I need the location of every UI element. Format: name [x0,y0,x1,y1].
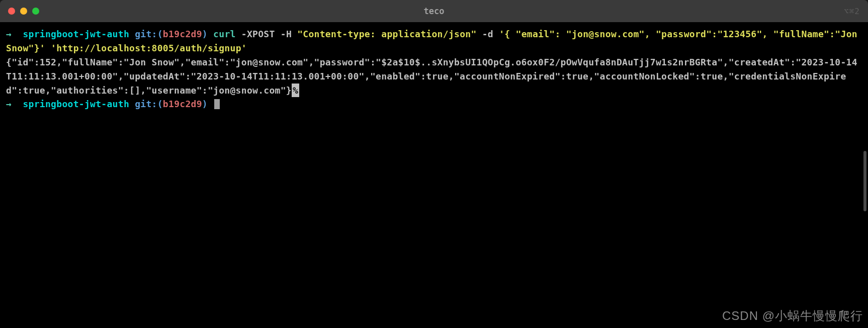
prompt-git-branch: b19c2d9 [163,99,202,109]
prompt-directory: springboot-jwt-auth [23,29,129,39]
maximize-button[interactable] [32,8,39,15]
minimize-button[interactable] [20,8,27,15]
percent-indicator: % [292,84,299,98]
window-controls [8,8,39,15]
prompt-git-branch: b19c2d9 [163,29,202,39]
command-executable: curl [213,29,236,39]
prompt-git-close: ) [202,99,208,109]
watermark-text: CSDN @小蜗牛慢慢爬行 [722,308,863,324]
prompt-arrow-icon: → [6,99,12,109]
command-header-string: "Content-type: application/json" [297,29,476,39]
prompt-git-label: git:( [135,29,163,39]
prompt-arrow-icon: → [6,29,12,39]
cursor-icon [214,99,220,109]
window-title: teco [424,6,445,16]
close-button[interactable] [8,8,15,15]
prompt-directory: springboot-jwt-auth [23,99,129,109]
command-args-2: -d [477,29,499,39]
command-url-string: 'http://localhost:8005/auth/signup' [51,43,247,53]
prompt-git-label: git:( [135,99,163,109]
terminal-window: teco ⌥⌘2 → springboot-jwt-auth git:(b19c… [0,0,868,328]
titlebar[interactable]: teco ⌥⌘2 [0,0,868,22]
scrollbar[interactable] [863,151,866,211]
prompt-git-close: ) [202,29,208,39]
command-args-1: -XPOST -H [236,29,298,39]
terminal-output[interactable]: → springboot-jwt-auth git:(b19c2d9) curl… [0,22,868,328]
tab-shortcut-indicator: ⌥⌘2 [844,7,860,16]
json-response: {"id":152,"fullName":"Jon Snow","email":… [6,57,857,96]
